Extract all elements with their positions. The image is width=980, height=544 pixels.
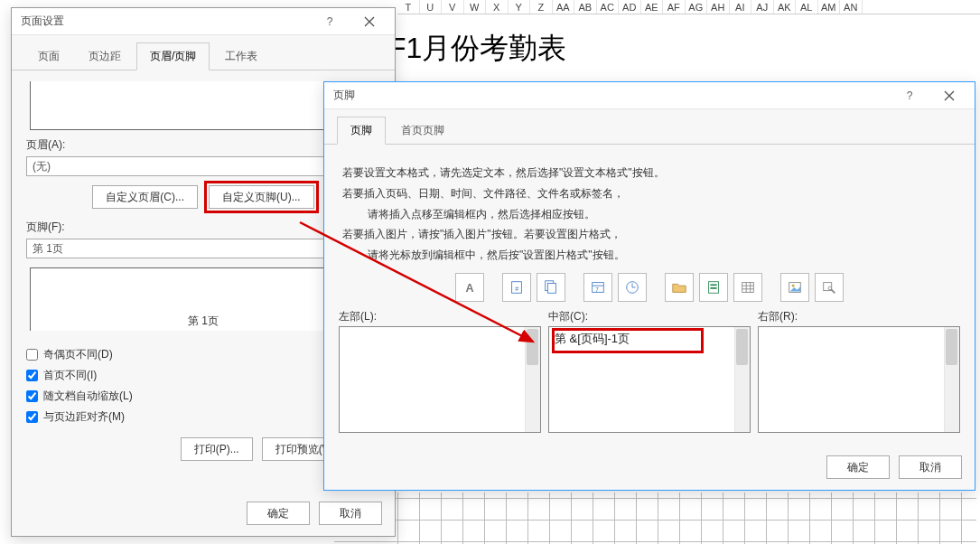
svg-rect-4 <box>547 283 555 293</box>
page-setup-tabs: 页面 页边距 页眉/页脚 工作表 <box>12 35 395 70</box>
page-setup-titlebar[interactable]: 页面设置 ? <box>12 8 395 35</box>
svg-point-20 <box>792 285 795 287</box>
cb-first-diff-label: 首页不同(I) <box>43 368 97 383</box>
cb-scale-input[interactable] <box>26 390 38 402</box>
cancel-button[interactable]: 取消 <box>319 502 382 525</box>
header-select-value: (无) <box>33 159 51 174</box>
right-section-label: 右部(R): <box>758 309 960 324</box>
col-header[interactable]: AJ <box>751 0 774 14</box>
col-header[interactable]: T <box>397 0 420 14</box>
insert-filepath-icon[interactable] <box>665 273 694 302</box>
cb-odd-even-input[interactable] <box>26 349 38 361</box>
column-header-row: T U V W X Y Z AA AB AC AD AE AF AG AH AI… <box>397 0 980 14</box>
scrollbar[interactable] <box>944 327 959 432</box>
col-header[interactable]: AL <box>796 0 818 14</box>
insert-pagecount-icon[interactable] <box>537 273 565 302</box>
footer-tabs: 页脚 首页页脚 <box>324 109 975 145</box>
close-icon[interactable] <box>929 83 969 108</box>
col-header[interactable]: V <box>442 0 464 14</box>
tab-header-footer[interactable]: 页眉/页脚 <box>136 42 210 70</box>
scrollbar[interactable] <box>525 327 540 432</box>
cb-odd-even-label: 奇偶页不同(D) <box>43 347 113 362</box>
svg-rect-14 <box>742 283 754 293</box>
col-header[interactable]: AA <box>553 0 575 14</box>
help-icon[interactable]: ? <box>310 9 350 34</box>
col-header[interactable]: AF <box>663 0 686 14</box>
custom-footer-button[interactable]: 自定义页脚(U)... <box>209 185 314 209</box>
cancel-button[interactable]: 取消 <box>899 455 962 479</box>
center-section-input[interactable]: 第 &[页码]-1页 <box>548 326 751 433</box>
page-setup-title: 页面设置 <box>21 14 310 29</box>
footer-toolbar: A # 7 <box>339 267 960 305</box>
tab-margin[interactable]: 页边距 <box>75 42 135 70</box>
insert-picture-icon[interactable] <box>780 273 809 302</box>
left-section-input[interactable] <box>339 326 541 433</box>
footer-titlebar[interactable]: 页脚 ? <box>324 82 975 109</box>
svg-text:#: # <box>515 285 518 293</box>
close-icon[interactable] <box>350 9 389 34</box>
col-header[interactable]: AI <box>730 0 752 14</box>
insert-date-icon[interactable]: 7 <box>583 273 612 302</box>
insert-sheetname-icon[interactable] <box>733 273 762 302</box>
col-header[interactable]: Z <box>530 0 553 14</box>
ok-button[interactable]: 确定 <box>826 455 890 479</box>
tab-worksheet[interactable]: 工作表 <box>211 42 271 70</box>
svg-text:7: 7 <box>595 286 599 292</box>
custom-footer-button-label: 自定义页脚(U)... <box>222 190 301 205</box>
help-icon[interactable]: ? <box>890 83 929 108</box>
cb-align-margin-input[interactable] <box>26 411 38 423</box>
col-header[interactable]: AD <box>619 0 641 14</box>
col-header[interactable]: Y <box>509 0 531 14</box>
col-header[interactable]: AE <box>641 0 664 14</box>
insert-time-icon[interactable] <box>618 273 647 302</box>
footer-dialog-title: 页脚 <box>333 88 890 103</box>
col-header[interactable]: AN <box>840 0 863 14</box>
col-header[interactable]: AM <box>818 0 841 14</box>
col-header[interactable]: X <box>486 0 509 14</box>
svg-point-22 <box>828 286 832 290</box>
col-header[interactable]: AG <box>686 0 708 14</box>
tab-footer[interactable]: 页脚 <box>337 117 386 145</box>
insert-pagenumber-icon[interactable]: # <box>502 273 531 302</box>
sheet-title-cell: F1月份考勤表 <box>388 29 566 69</box>
text-format-icon[interactable]: A <box>455 273 484 302</box>
col-header[interactable]: U <box>420 0 443 14</box>
footer-dialog: 页脚 ? 页脚 首页页脚 若要设置文本格式，请先选定文本，然后选择"设置文本格式… <box>323 81 975 491</box>
tab-first-footer[interactable]: 首页页脚 <box>387 117 458 144</box>
col-header[interactable]: AK <box>774 0 797 14</box>
svg-rect-12 <box>710 284 716 286</box>
footer-select-value: 第 1页 <box>33 241 63 257</box>
grid-lower <box>334 492 976 544</box>
cb-align-margin-label: 与页边距对齐(M) <box>43 409 125 425</box>
scrollbar[interactable] <box>734 327 750 432</box>
cb-first-diff-input[interactable] <box>26 370 38 381</box>
tab-page[interactable]: 页面 <box>24 42 73 70</box>
col-header[interactable]: W <box>464 0 487 14</box>
print-button[interactable]: 打印(P)... <box>181 437 253 461</box>
col-header[interactable]: AB <box>574 0 597 14</box>
col-header[interactable]: AC <box>597 0 620 14</box>
format-picture-icon[interactable] <box>815 273 844 302</box>
insert-filename-icon[interactable] <box>699 273 728 302</box>
svg-rect-13 <box>710 287 716 289</box>
cb-scale-label: 随文档自动缩放(L) <box>43 389 133 404</box>
ok-button[interactable]: 确定 <box>247 502 310 525</box>
center-section-label: 中部(C): <box>548 309 751 324</box>
footer-instructions: 若要设置文本格式，请先选定文本，然后选择"设置文本格式"按钮。 若要插入页码、日… <box>339 155 960 267</box>
col-header[interactable]: AH <box>707 0 730 14</box>
footer-preview-text: 第 1页 <box>188 314 219 329</box>
svg-text:A: A <box>466 281 474 294</box>
right-section-input[interactable] <box>758 326 960 433</box>
center-section-value: 第 &[页码]-1页 <box>555 332 630 345</box>
left-section-label: 左部(L): <box>339 309 541 324</box>
custom-header-button[interactable]: 自定义页眉(C)... <box>92 185 198 209</box>
